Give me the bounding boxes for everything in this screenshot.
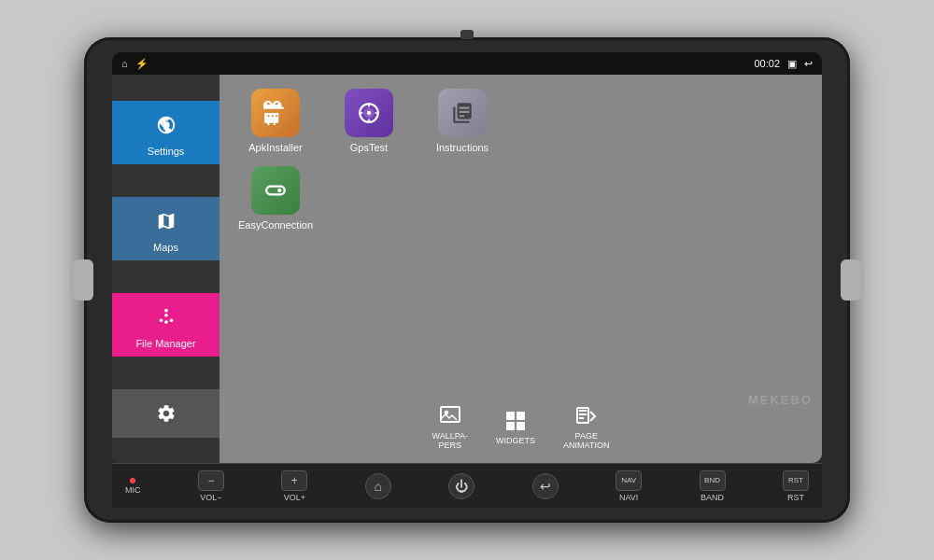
sidebar-item-file-manager[interactable]: File Manager <box>112 293 219 357</box>
app-easyconnection[interactable]: EasyConnection <box>238 166 313 231</box>
svg-rect-11 <box>517 412 525 420</box>
status-bar: ⌂ ⚡ 00:02 ▣ ↩ <box>112 52 822 75</box>
band-label: BAND <box>700 493 724 502</box>
apps-grid: ApkInstaller <box>238 89 803 231</box>
window-icon: ▣ <box>787 58 797 70</box>
taskbar-page-animation[interactable]: PAGEANIMATION <box>563 403 609 450</box>
hw-band[interactable]: BND BAND <box>694 467 731 506</box>
status-bar-left: ⌂ ⚡ <box>121 58 149 70</box>
instructions-label: Instructions <box>436 142 488 153</box>
vol-down-label: VOL− <box>200 493 221 502</box>
app-gpstest[interactable]: GpsTest <box>332 89 406 153</box>
left-knob <box>73 259 93 301</box>
main-content: ApkInstaller <box>219 75 822 463</box>
back-icon: ↩ <box>532 473 559 499</box>
hw-vol-up[interactable]: + VOL+ <box>276 467 313 506</box>
wallpapers-icon <box>435 403 465 429</box>
settings-label: Settings <box>148 146 185 157</box>
hw-power[interactable]: ⏻ <box>443 469 480 503</box>
settings-icon <box>149 108 183 142</box>
wallpapers-label: WALLPA-PERS <box>432 431 469 450</box>
app-apkinstaller[interactable]: ApkInstaller <box>238 89 313 153</box>
hw-mic[interactable]: MIC <box>120 474 147 498</box>
mic-label: MIC <box>125 485 141 495</box>
taskbar-widgets[interactable]: WIDGETS <box>496 408 535 445</box>
rst-label: RST <box>787 493 804 502</box>
file-manager-label: File Manager <box>135 338 195 349</box>
mic-dot <box>130 478 135 483</box>
sidebar-item-settings[interactable]: Settings <box>112 101 219 164</box>
page-animation-icon <box>572 403 601 429</box>
back-status-icon: ↩ <box>804 58 813 70</box>
instructions-icon <box>438 89 487 137</box>
hw-navi[interactable]: NAV NAVI <box>610 467 647 506</box>
file-manager-icon <box>149 301 183 334</box>
watermark: MEKEBO <box>748 393 813 407</box>
vol-up-label: VOL+ <box>284 493 305 502</box>
top-bump <box>460 30 474 39</box>
widgets-label: WIDGETS <box>496 436 535 445</box>
svg-rect-12 <box>506 422 515 430</box>
page-animation-label: PAGEANIMATION <box>563 431 609 450</box>
gpstest-icon <box>345 89 393 137</box>
home-icon: ⌂ <box>365 473 391 499</box>
easyconnection-label: EasyConnection <box>238 219 313 231</box>
taskbar: WALLPA-PERS WIDGETS <box>238 398 803 454</box>
navi-label: NAVI <box>619 493 638 502</box>
screen-body: Settings Maps Fi <box>112 75 822 463</box>
maps-icon <box>149 204 183 238</box>
app-instructions[interactable]: Instructions <box>425 89 500 153</box>
band-icon: BND <box>700 470 726 491</box>
device-body: ⌂ ⚡ 00:02 ▣ ↩ Settin <box>84 37 850 523</box>
hw-rst[interactable]: RST RST <box>777 467 814 506</box>
vol-up-icon: + <box>281 470 307 491</box>
sidebar: Settings Maps Fi <box>112 75 219 463</box>
home-status-icon: ⌂ <box>121 58 128 69</box>
apps-row-2: EasyConnection <box>238 166 803 231</box>
status-bar-right: 00:02 ▣ ↩ <box>754 58 813 70</box>
apps-row-1: ApkInstaller <box>238 89 803 153</box>
vol-down-icon: − <box>198 470 224 491</box>
taskbar-wallpapers[interactable]: WALLPA-PERS <box>432 403 469 450</box>
svg-rect-13 <box>517 422 525 430</box>
widgets-icon <box>501 408 531 434</box>
right-knob <box>841 259 861 301</box>
clock: 00:02 <box>754 58 780 69</box>
easyconnection-icon <box>251 166 300 215</box>
svg-point-3 <box>367 111 371 115</box>
screen: ⌂ ⚡ 00:02 ▣ ↩ Settin <box>112 52 822 463</box>
apkinstaller-label: ApkInstaller <box>248 142 302 153</box>
gpstest-label: GpsTest <box>350 142 388 153</box>
rst-icon: RST <box>783 470 809 491</box>
apkinstaller-icon <box>251 89 300 137</box>
hw-vol-down[interactable]: − VOL− <box>192 467 230 506</box>
svg-rect-17 <box>579 417 584 419</box>
hw-back[interactable]: ↩ <box>527 469 564 503</box>
sidebar-item-maps[interactable]: Maps <box>112 197 219 260</box>
power-icon: ⏻ <box>448 473 474 499</box>
sidebar-item-gear[interactable] <box>112 389 219 438</box>
maps-label: Maps <box>153 242 178 253</box>
hw-home[interactable]: ⌂ <box>360 469 397 503</box>
svg-rect-10 <box>506 412 515 420</box>
gear-icon <box>149 397 183 430</box>
svg-rect-15 <box>579 410 587 412</box>
hardware-buttons: MIC − VOL− + VOL+ ⌂ ⏻ ↩ NAV NAVI BND BAN… <box>112 463 822 508</box>
usb-icon: ⚡ <box>135 58 149 70</box>
navi-icon: NAV <box>616 470 642 491</box>
svg-rect-16 <box>579 413 587 415</box>
